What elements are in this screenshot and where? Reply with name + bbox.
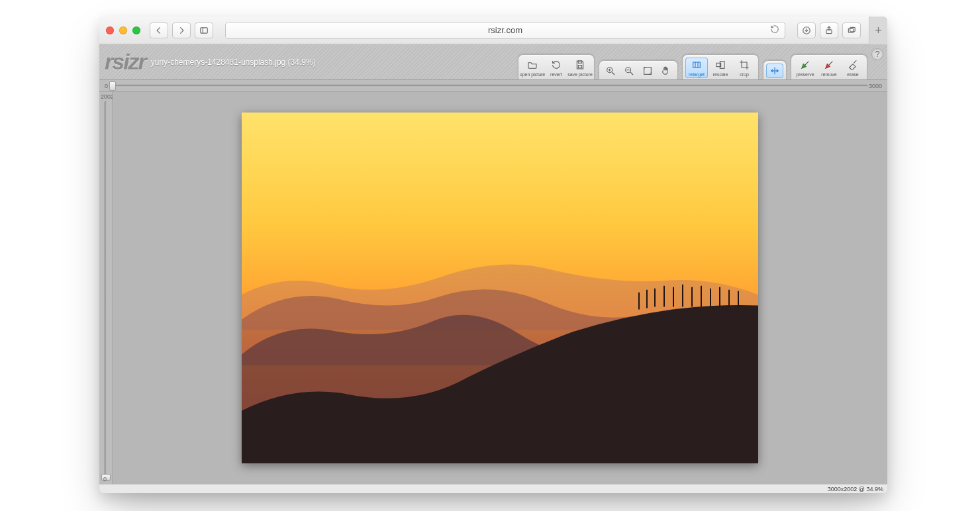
forward-button[interactable] <box>172 23 191 38</box>
svg-rect-7 <box>578 66 581 68</box>
brush-tool-group: preserve remove erase <box>791 54 867 79</box>
v-slider-track <box>105 101 107 475</box>
resize-tool-group: retarget rescale crop <box>682 54 759 79</box>
canvas-viewport[interactable] <box>113 92 887 484</box>
svg-rect-0 <box>201 27 208 32</box>
downloads-button[interactable] <box>797 23 816 38</box>
svg-rect-15 <box>644 68 652 75</box>
svg-line-23 <box>854 60 856 63</box>
tool-label: retarget <box>689 72 705 77</box>
svg-line-21 <box>805 62 808 65</box>
fit-icon <box>640 65 655 77</box>
new-tab-button[interactable]: + <box>869 17 887 44</box>
pan-button[interactable] <box>658 64 675 78</box>
eraser-icon <box>846 59 860 71</box>
h-slider-min: 0 <box>105 83 108 89</box>
h-slider-thumb[interactable] <box>109 81 116 91</box>
tool-label: save picture <box>567 72 593 77</box>
horizontal-size-slider[interactable]: 0 3000 <box>99 80 887 92</box>
revert-icon <box>549 59 564 71</box>
tool-label: erase <box>847 72 859 77</box>
tool-label: open picture <box>520 72 546 77</box>
close-window-button[interactable] <box>106 26 114 34</box>
image-canvas <box>242 113 758 463</box>
zoom-in-icon <box>603 65 618 77</box>
cursor-icon <box>767 65 782 77</box>
crop-button[interactable]: crop <box>733 58 756 78</box>
browser-window: rsizr.com + rsizr <box>99 17 887 493</box>
tool-groups: open picture revert save p <box>518 54 867 79</box>
window-controls <box>106 26 140 34</box>
tool-label: revert <box>550 72 562 77</box>
save-icon <box>573 59 587 71</box>
workspace: 2002 0 <box>99 92 887 484</box>
svg-line-13 <box>630 72 633 75</box>
preserve-brush-icon <box>798 59 812 71</box>
tabs-overview-button[interactable] <box>842 23 861 38</box>
open-picture-button[interactable]: open picture <box>521 58 544 78</box>
tool-label: remove <box>821 72 836 77</box>
fit-button[interactable] <box>639 64 656 78</box>
h-slider-track <box>113 85 867 87</box>
tool-label: rescale <box>713 72 728 77</box>
svg-rect-4 <box>848 28 854 32</box>
folder-open-icon <box>525 59 540 71</box>
retarget-icon <box>689 59 704 71</box>
document-filename: yuriy-chemerys-1428481-unsplash.jpg (34.… <box>151 58 316 67</box>
view-tool-group <box>599 60 678 79</box>
file-tool-group: open picture revert save p <box>518 54 595 79</box>
zoom-out-icon <box>622 65 636 77</box>
svg-line-22 <box>829 62 832 65</box>
address-bar[interactable]: rsizr.com <box>225 22 785 39</box>
svg-rect-16 <box>693 62 701 68</box>
status-text: 3000x2002 @ 34.9% <box>828 486 883 492</box>
app-toolbar: rsizr yuriy-chemerys-1428481-unsplash.jp… <box>99 44 887 80</box>
tool-label: crop <box>740 72 749 77</box>
erase-brush-button[interactable]: erase <box>842 58 864 78</box>
save-picture-button[interactable]: save picture <box>569 58 591 78</box>
cursor-button[interactable] <box>766 64 783 78</box>
share-button[interactable] <box>820 23 838 38</box>
back-button[interactable] <box>150 23 168 38</box>
sidebar-toggle-button[interactable] <box>195 23 213 38</box>
vertical-size-slider[interactable]: 2002 0 <box>99 92 113 484</box>
svg-line-9 <box>612 72 614 75</box>
preserve-brush-button[interactable]: preserve <box>794 58 816 78</box>
help-button[interactable]: ? <box>871 48 883 60</box>
zoom-out-button[interactable] <box>620 64 638 78</box>
rescale-button[interactable]: rescale <box>709 58 732 78</box>
svg-rect-5 <box>850 27 856 31</box>
hand-icon <box>659 65 673 77</box>
zoom-window-button[interactable] <box>132 26 140 34</box>
crop-icon <box>737 59 752 71</box>
mountain-layer-foreground <box>242 253 758 463</box>
retarget-button[interactable]: retarget <box>685 58 708 78</box>
status-bar: 3000x2002 @ 34.9% <box>99 484 887 493</box>
v-slider-min: 0 <box>103 476 107 483</box>
app-logo: rsizr <box>105 49 146 75</box>
cursor-tool-group <box>763 60 787 79</box>
browser-titlebar: rsizr.com + <box>99 17 887 44</box>
remove-brush-button[interactable]: remove <box>818 58 840 78</box>
tool-label: preserve <box>796 72 814 77</box>
reload-icon[interactable] <box>770 24 779 36</box>
app-area: rsizr yuriy-chemerys-1428481-unsplash.jp… <box>99 44 887 493</box>
rescale-icon <box>713 59 728 71</box>
zoom-in-button[interactable] <box>602 64 619 78</box>
minimize-window-button[interactable] <box>119 26 127 34</box>
svg-rect-6 <box>578 61 581 63</box>
remove-brush-icon <box>822 59 836 71</box>
url-text: rsizr.com <box>488 25 522 35</box>
revert-button[interactable]: revert <box>545 58 567 78</box>
h-slider-max: 3000 <box>869 83 882 89</box>
